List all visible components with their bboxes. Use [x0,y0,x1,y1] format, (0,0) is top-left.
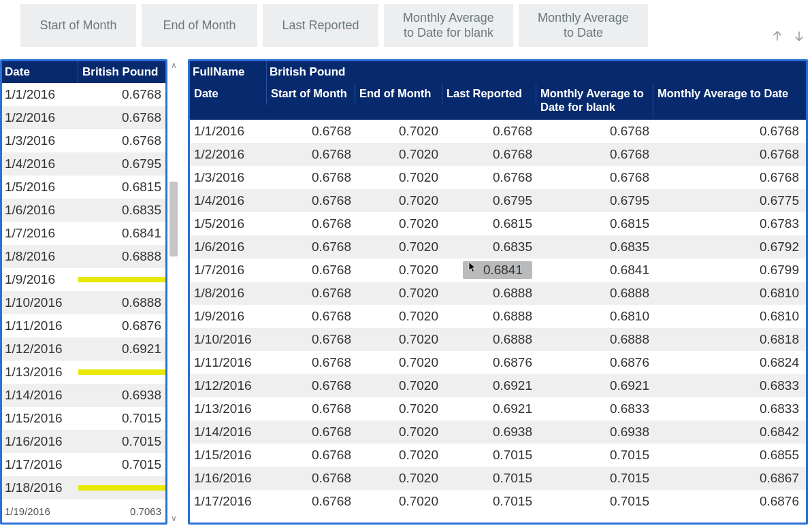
value-cell: 0.6876 [78,316,165,336]
table-row[interactable]: 1/3/20160.67680.70200.67680.67680.6768 [190,166,806,189]
lr-cell: 0.7015 [442,491,536,512]
btn-monthly-avg[interactable]: Monthly Average to Date [519,4,648,47]
mavgb-cell: 0.6841 [536,260,653,280]
table-row[interactable]: 1/1/20160.6768 [2,83,165,106]
mavgb-cell: 0.6768 [536,121,653,142]
table-row[interactable]: 1/15/20160.67680.70200.70150.70150.6855 [190,444,806,467]
btn-last-reported[interactable]: Last Reported [263,4,378,47]
left-table[interactable]: Date British Pound 1/1/20160.67681/2/201… [0,59,167,525]
col-mavg-header[interactable]: Monthly Average to Date [653,83,806,105]
table-row[interactable]: 1/2/20160.6768 [2,106,165,129]
table-row[interactable]: 1/9/20160.67680.70200.68880.68100.6810 [190,305,806,328]
table-row[interactable]: 1/3/20160.6768 [2,129,165,152]
date-cell: 1/14/2016 [190,422,267,442]
table-row[interactable]: 1/7/20160.67680.70200.68410.68410.6799 [190,259,806,282]
table-row[interactable]: 1/13/2016 [2,361,165,384]
date-cell: 1/12/2016 [2,339,78,359]
drill-down-icon[interactable] [792,29,807,47]
scroll-down-icon[interactable]: ∨ [167,514,180,523]
hovered-cell[interactable]: 0.6841 [463,261,532,279]
som-cell: 0.6768 [267,260,355,280]
mavgb-cell: 0.6768 [536,144,653,165]
table-row[interactable]: 1/10/20160.6888 [2,291,165,314]
col-date-header[interactable]: Date [190,83,267,105]
table-row[interactable]: 1/13/20160.67680.70200.69210.68330.6833 [190,397,806,420]
date-cell: 1/4/2016 [2,154,78,174]
table-row[interactable]: 1/19/20160.7063 [2,499,165,523]
table-row[interactable]: 1/10/20160.67680.70200.68880.68880.6818 [190,328,806,351]
mavgb-cell: 0.6876 [536,352,653,373]
som-cell: 0.6768 [267,121,355,142]
table-row[interactable]: 1/11/20160.67680.70200.68760.68760.6824 [190,351,806,374]
eom-cell: 0.7020 [355,167,442,188]
table-row[interactable]: 1/4/20160.6795 [2,152,165,176]
col-eom-header[interactable]: End of Month [355,83,442,105]
mavg-cell: 0.6792 [653,237,806,257]
eom-cell: 0.7020 [355,376,442,396]
eom-cell: 0.7020 [355,468,442,488]
drill-arrows [770,29,807,47]
table-row[interactable]: 1/11/20160.6876 [2,314,165,337]
scroll-up-icon[interactable]: ∧ [167,61,180,70]
left-col-bp-header[interactable]: British Pound [78,61,165,83]
table-row[interactable]: 1/16/20160.67680.70200.70150.70150.6867 [190,467,806,490]
table-row[interactable]: 1/6/20160.6835 [2,199,165,222]
right-matrix[interactable]: FullName British Pound Date Start of Mon… [188,59,808,525]
mavgb-cell: 0.6938 [536,422,653,442]
lr-cell: 0.6768 [442,121,536,142]
table-row[interactable]: 1/14/20160.67680.70200.69380.69380.6842 [190,420,806,444]
table-row[interactable]: 1/16/20160.7015 [2,430,165,453]
btn-start-of-month[interactable]: Start of Month [20,4,136,47]
table-row[interactable]: 1/9/2016 [2,268,165,291]
scroll-thumb[interactable] [169,182,178,256]
left-table-scrollbar[interactable]: ∧ ∨ [167,59,180,525]
left-table-header: Date British Pound [2,61,165,83]
table-row[interactable]: 1/6/20160.67680.70200.68350.68350.6792 [190,235,806,259]
mavg-cell: 0.6867 [653,468,806,488]
date-cell: 1/13/2016 [2,362,78,382]
drill-up-icon[interactable] [770,29,785,47]
btn-monthly-avg-blank[interactable]: Monthly Average to Date for blank [384,4,513,47]
table-row[interactable]: 1/12/20160.6921 [2,337,165,361]
table-row[interactable]: 1/1/20160.67680.70200.67680.67680.6768 [190,120,806,143]
table-row[interactable]: 1/2/20160.67680.70200.67680.67680.6768 [190,143,806,166]
table-row[interactable]: 1/7/20160.6841 [2,222,165,245]
lr-cell: 0.7015 [442,445,536,465]
value-cell: 0.7015 [78,431,165,452]
col-som-header[interactable]: Start of Month [267,83,355,105]
left-col-date-header[interactable]: Date [2,61,78,83]
eom-cell: 0.7020 [355,121,442,142]
table-row[interactable]: 1/5/20160.67680.70200.68150.68150.6783 [190,212,806,235]
mavgb-cell: 0.6768 [536,167,653,188]
table-row[interactable]: 1/5/20160.6815 [2,176,165,199]
som-cell: 0.6768 [267,399,355,419]
mavgb-cell: 0.7015 [536,445,653,465]
table-row[interactable]: 1/12/20160.67680.70200.69210.69210.6833 [190,374,806,397]
table-row[interactable]: 1/15/20160.7015 [2,407,165,430]
mavgb-cell: 0.6921 [536,376,653,396]
mavgb-cell: 0.6810 [536,306,653,327]
table-row[interactable]: 1/17/20160.67680.70200.70150.70150.6876 [190,490,806,513]
value-cell: 0.6815 [78,177,165,197]
mavgb-cell: 0.7015 [536,468,653,488]
table-row[interactable]: 1/8/20160.6888 [2,245,165,268]
table-row[interactable]: 1/8/20160.67680.70200.68880.68880.6810 [190,282,806,305]
mavg-cell: 0.6842 [653,422,806,442]
mavg-cell: 0.6768 [653,144,806,165]
value-cell: 0.6768 [78,107,165,128]
date-cell: 1/5/2016 [2,177,78,197]
col-mavgb-header[interactable]: Monthly Average to Date for blank [536,83,653,118]
mavg-cell: 0.6833 [653,376,806,396]
btn-end-of-month[interactable]: End of Month [142,4,257,47]
col-lr-header[interactable]: Last Reported [442,83,536,105]
date-cell: 1/8/2016 [190,283,267,303]
table-row[interactable]: 1/17/20160.7015 [2,453,165,476]
lr-cell: 0.6888 [442,283,536,303]
cursor-icon [467,260,479,278]
table-row[interactable]: 1/4/20160.67680.70200.67950.67950.6775 [190,189,806,212]
table-row[interactable]: 1/14/20160.6938 [2,384,165,407]
table-row[interactable]: 1/18/2016 [2,476,165,499]
value-cell: 0.6938 [78,385,165,405]
mavgb-cell: 0.6833 [536,399,653,419]
fullname-label: FullName [190,61,267,83]
